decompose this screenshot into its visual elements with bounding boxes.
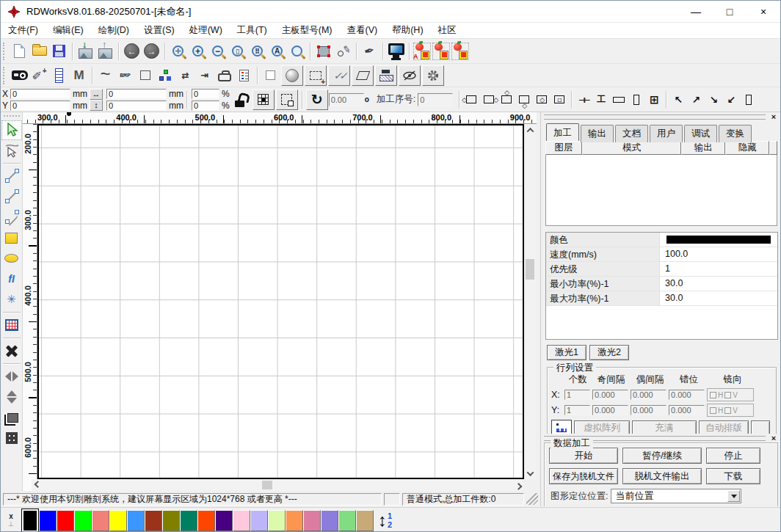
open-file-button[interactable] <box>29 41 49 62</box>
extra-button[interactable] <box>751 420 770 434</box>
start-button[interactable]: 开始 <box>549 448 618 464</box>
bitmap-button[interactable]: BMP <box>115 65 135 86</box>
palette-swatch[interactable] <box>92 510 109 531</box>
col-hide[interactable]: 隐藏 <box>725 141 769 155</box>
palette-swatch[interactable] <box>215 510 233 531</box>
move-top-left-button[interactable]: ↖ <box>669 90 687 109</box>
offset-tool[interactable] <box>1 408 22 428</box>
prop-color-value[interactable] <box>660 233 777 247</box>
scroll-down-button[interactable] <box>524 467 536 479</box>
array-x-dislocation-input[interactable] <box>669 390 705 400</box>
mirror-h-checkbox[interactable] <box>710 407 716 414</box>
array-y-count-input[interactable] <box>564 405 590 415</box>
palette-swatch[interactable] <box>57 510 74 531</box>
ellipse-tool[interactable] <box>1 249 22 269</box>
h-distance-button[interactable] <box>175 65 195 86</box>
palette-swatch[interactable] <box>162 510 180 531</box>
flip-bottom-button[interactable] <box>515 90 533 109</box>
height-percent-input[interactable] <box>192 101 219 111</box>
grid-array-tool[interactable] <box>1 429 22 448</box>
rotate-button[interactable] <box>306 90 328 110</box>
array-preview-button[interactable] <box>551 420 572 434</box>
print-button[interactable] <box>214 65 234 86</box>
polyline-tool[interactable] <box>1 187 22 207</box>
select-tool[interactable] <box>1 120 22 140</box>
anchor-point-button[interactable] <box>253 90 275 110</box>
hide-preview-button[interactable] <box>399 65 421 86</box>
same-v-spacing-button[interactable] <box>592 90 610 109</box>
menu-view[interactable]: 查看(V) <box>340 22 385 39</box>
toolbar-grip[interactable] <box>3 43 7 60</box>
output-select-button-3[interactable] <box>451 42 470 61</box>
width-arrow-button[interactable]: ↔ <box>90 89 103 100</box>
tab-transform[interactable]: 变换 <box>719 125 752 142</box>
curve-smooth-button[interactable] <box>95 65 115 86</box>
array-y-dislocation-input[interactable] <box>669 405 705 415</box>
rectangle-tool[interactable] <box>1 228 22 248</box>
zoom-out-button[interactable] <box>208 41 228 62</box>
palette-swatch[interactable] <box>233 510 250 531</box>
outline-button[interactable] <box>135 65 155 86</box>
camera-sphere-button[interactable] <box>281 65 303 86</box>
tab-user[interactable]: 用户 <box>650 125 683 142</box>
download-button[interactable]: 下载 <box>706 468 760 484</box>
output-select-button-2[interactable] <box>432 42 451 61</box>
palette-swatch[interactable] <box>268 510 286 531</box>
palette-swatch[interactable] <box>145 510 162 531</box>
menu-file[interactable]: 文件(F) <box>1 22 46 39</box>
menu-config[interactable]: 设置(S) <box>137 22 182 39</box>
flip-top-button[interactable] <box>498 90 515 109</box>
position-select[interactable]: 当前位置 <box>611 489 741 503</box>
same-width-button[interactable] <box>610 90 628 109</box>
scroll-left-button[interactable] <box>32 479 43 491</box>
flip-left-button[interactable] <box>462 90 480 109</box>
mirror-h-checkbox[interactable] <box>710 392 716 398</box>
parallelogram-button[interactable] <box>352 65 374 86</box>
pan-zoom-button[interactable] <box>168 41 188 62</box>
menu-help[interactable]: 帮助(H) <box>385 22 430 39</box>
scroll-up-button[interactable] <box>524 124 536 136</box>
stop-button[interactable]: 停止 <box>706 448 760 464</box>
tab-debug[interactable]: 调试 <box>684 125 717 142</box>
horizontal-scrollbar[interactable] <box>32 479 524 491</box>
vertical-scroll-thumb[interactable] <box>526 259 534 280</box>
col-mode[interactable]: 模式 <box>582 141 682 155</box>
menu-edit[interactable]: 编辑(E) <box>46 22 91 39</box>
prop-maxpower-value[interactable]: 30.0 <box>660 291 777 305</box>
layer-table-body[interactable] <box>545 155 777 225</box>
vertical-scrollbar[interactable] <box>524 124 536 479</box>
serial-input[interactable] <box>418 93 453 106</box>
pick-point-button[interactable] <box>333 41 353 62</box>
menu-community[interactable]: 社区 <box>431 22 464 39</box>
palette-swatch[interactable] <box>39 510 57 531</box>
laser-fill-button[interactable] <box>375 65 397 86</box>
palette-swatch[interactable] <box>338 510 356 531</box>
same-height-button[interactable] <box>628 90 645 109</box>
mirror-v-checkbox[interactable] <box>724 392 731 398</box>
dropdown-arrow-icon[interactable] <box>727 490 740 502</box>
menu-board-model[interactable]: 主板型号(M) <box>275 22 340 39</box>
paste-in-place-button[interactable] <box>276 90 298 110</box>
palette-swatch[interactable] <box>74 510 92 531</box>
select-region-button[interactable] <box>305 65 327 86</box>
mirror-v-checkbox[interactable] <box>724 407 731 414</box>
palette-swatch[interactable] <box>321 510 338 531</box>
rotate-angle-input[interactable] <box>329 93 364 106</box>
same-h-spacing-button[interactable] <box>575 90 592 109</box>
move-top-right-button[interactable]: ↗ <box>687 90 705 109</box>
palette-swatch[interactable] <box>127 510 145 531</box>
zoom-to-page-button[interactable] <box>228 41 247 62</box>
verify-button[interactable] <box>328 65 350 86</box>
mirror-horizontal-tool[interactable] <box>1 367 22 387</box>
tab-document[interactable]: 文档 <box>615 125 648 142</box>
zoom-to-data-button[interactable] <box>247 41 267 62</box>
x-position-input[interactable] <box>10 89 70 99</box>
array-x-even-input[interactable] <box>631 390 666 400</box>
delete-tool[interactable] <box>1 341 22 361</box>
palette-swatch[interactable] <box>286 510 303 531</box>
preview-button[interactable] <box>386 41 406 62</box>
width-input[interactable] <box>106 89 167 99</box>
palette-pin-icon[interactable] <box>8 521 14 528</box>
close-icon[interactable] <box>769 434 778 442</box>
prop-speed-value[interactable]: 100.0 <box>660 247 777 261</box>
